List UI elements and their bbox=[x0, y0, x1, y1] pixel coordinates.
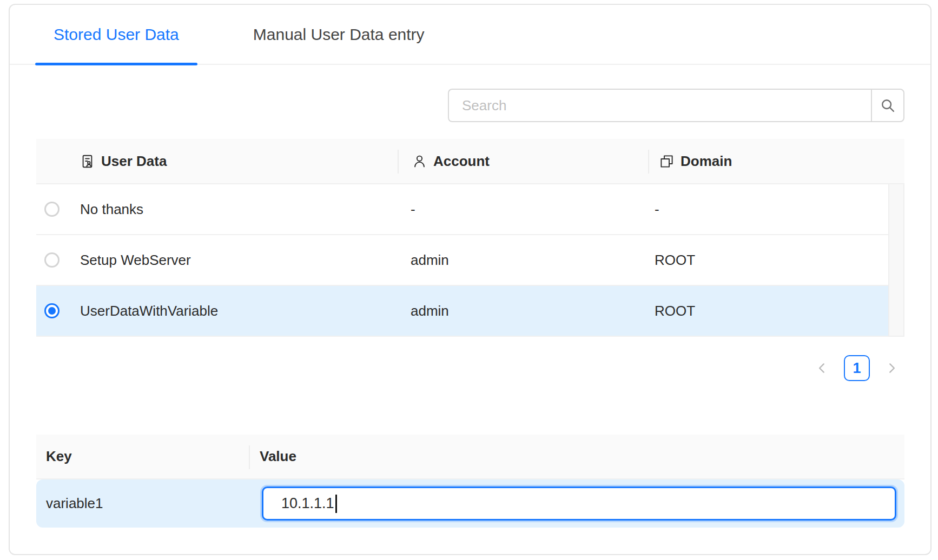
search-row bbox=[36, 89, 904, 122]
cell-domain: - bbox=[648, 201, 888, 218]
table-body: No thanks - - Setup WebServer admin ROOT… bbox=[36, 184, 904, 337]
radio-button-checked[interactable] bbox=[44, 303, 60, 318]
tab-stored-user-data[interactable]: Stored User Data bbox=[35, 4, 197, 64]
radio-button[interactable] bbox=[44, 202, 60, 217]
user-data-icon bbox=[80, 154, 95, 169]
account-icon bbox=[412, 154, 427, 169]
table-header: User Data Account bbox=[36, 139, 904, 184]
column-header-domain: Domain bbox=[648, 139, 904, 183]
search-input[interactable] bbox=[448, 89, 871, 122]
column-label: Value bbox=[260, 448, 296, 465]
cell-account: - bbox=[398, 201, 648, 218]
column-label: Account bbox=[433, 153, 490, 170]
active-tab-indicator bbox=[35, 63, 197, 65]
cell-domain: ROOT bbox=[648, 252, 888, 269]
column-header-key: Key bbox=[36, 448, 249, 465]
column-label: Domain bbox=[681, 153, 732, 170]
cell-account: admin bbox=[398, 303, 648, 319]
search-group bbox=[448, 89, 904, 122]
tab-bar: Stored User Data Manual User Data entry bbox=[10, 5, 930, 65]
variable-key: variable1 bbox=[36, 495, 249, 512]
chevron-right-icon bbox=[884, 361, 899, 375]
cell-domain: ROOT bbox=[648, 303, 888, 319]
table-row[interactable]: Setup WebServer admin ROOT bbox=[36, 235, 888, 286]
page-number: 1 bbox=[853, 360, 861, 377]
cell-user-data: UserDataWithVariable bbox=[80, 303, 398, 319]
radio-button[interactable] bbox=[44, 252, 60, 268]
pagination-next-button[interactable] bbox=[878, 355, 904, 381]
cell-user-data: No thanks bbox=[80, 201, 398, 218]
stored-user-data-panel: Stored User Data Manual User Data entry bbox=[9, 4, 932, 555]
search-button[interactable] bbox=[871, 89, 904, 122]
variable-value-text: 10.1.1.1 bbox=[281, 495, 334, 512]
pagination: 1 bbox=[36, 355, 904, 381]
domain-icon bbox=[659, 154, 674, 169]
key-value-row: variable1 10.1.1.1 bbox=[36, 479, 904, 528]
chevron-left-icon bbox=[815, 361, 829, 375]
key-value-header: Key Value bbox=[36, 435, 904, 479]
tab-label: Manual User Data entry bbox=[253, 25, 425, 44]
variable-value-input[interactable]: 10.1.1.1 bbox=[262, 486, 896, 521]
text-caret bbox=[335, 495, 337, 513]
column-header-value: Value bbox=[249, 435, 904, 478]
column-header-account: Account bbox=[398, 139, 648, 183]
column-header-user-data: User Data bbox=[36, 139, 398, 183]
table-row[interactable]: No thanks - - bbox=[36, 184, 888, 235]
tab-manual-user-data-entry[interactable]: Manual User Data entry bbox=[235, 4, 443, 64]
table-scrollbar[interactable] bbox=[888, 184, 904, 337]
search-icon bbox=[880, 97, 896, 114]
pagination-prev-button[interactable] bbox=[809, 355, 835, 381]
tab-label: Stored User Data bbox=[54, 25, 179, 44]
pagination-page-1[interactable]: 1 bbox=[844, 355, 870, 381]
column-label: User Data bbox=[101, 153, 167, 170]
cell-user-data: Setup WebServer bbox=[80, 252, 398, 269]
table-row-selected[interactable]: UserDataWithVariable admin ROOT bbox=[36, 286, 888, 337]
key-value-table: Key Value variable1 10.1.1.1 bbox=[36, 435, 904, 528]
user-data-table: User Data Account bbox=[36, 139, 904, 337]
cell-account: admin bbox=[398, 252, 648, 269]
